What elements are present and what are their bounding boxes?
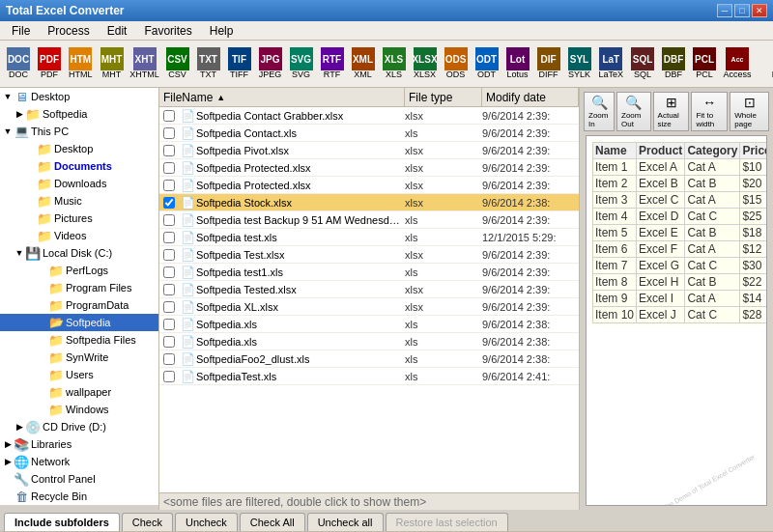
format-pdf-button[interactable]: PDF PDF [35, 43, 64, 84]
tab-check-all[interactable]: Check All [240, 513, 305, 531]
file-checkbox[interactable] [159, 232, 179, 243]
tree-toggle-thispc[interactable]: ▼ [2, 126, 14, 137]
file-checkbox[interactable] [159, 127, 179, 139]
tree-item-wallpaper[interactable]: 📁 wallpaper [0, 383, 158, 401]
file-row[interactable]: 📄 Softpedia Test.xlsx xlsx 9/6/2014 2:39… [159, 246, 579, 264]
tree-item-softpedia-c[interactable]: 📂 Softpedia [0, 314, 158, 331]
file-checkbox[interactable] [159, 249, 179, 261]
col-header-modifydate[interactable]: Modify date [482, 88, 579, 106]
tree-toggle-cdrive[interactable]: ▼ [14, 247, 25, 259]
tree-item-synwrite[interactable]: 📁 SynWrite [0, 349, 158, 366]
zoom-in-button[interactable]: 🔍 Zoom In [584, 92, 615, 131]
tab-check[interactable]: Check [122, 513, 173, 531]
file-checkbox[interactable] [159, 180, 179, 191]
file-list-footer[interactable]: <some files are filtered, double click t… [159, 492, 579, 510]
file-checkbox[interactable] [159, 110, 179, 122]
file-row[interactable]: 📄 Softpedia Protected.xlsx xlsx 9/6/2014… [159, 159, 579, 177]
tab-uncheck-all[interactable]: Uncheck all [307, 513, 384, 531]
format-svg-button[interactable]: SVG SVG [287, 43, 316, 84]
file-row[interactable]: 📄 SoftpediaTest.xls xls 9/6/2014 2:41: [159, 368, 579, 385]
tree-item-cdrive[interactable]: ▼ 💾 Local Disk (C:) [0, 244, 158, 262]
format-xlsx-button[interactable]: XLSX XLSX [411, 43, 440, 84]
tree-item-libraries[interactable]: ▶ 📚 Libraries [0, 435, 158, 453]
format-latex-button[interactable]: LaT LaTeX [596, 43, 627, 84]
tree-item-videos[interactable]: 📁 Videos [0, 227, 158, 244]
format-csv-button[interactable]: CSV CSV [163, 43, 192, 84]
file-row[interactable]: 📄 Softpedia Tested.xlsx xlsx 9/6/2014 2:… [159, 281, 579, 298]
tab-include-subfolders[interactable]: Include subfolders [4, 513, 120, 531]
tree-item-pictures[interactable]: 📁 Pictures [0, 210, 158, 227]
file-row[interactable]: 📄 Softpedia Contact.xls xls 9/6/2014 2:3… [159, 125, 579, 142]
close-button[interactable]: ✕ [752, 4, 767, 17]
zoom-out-button[interactable]: 🔍 Zoom Out [616, 92, 651, 131]
menu-favorites[interactable]: Favorites [136, 22, 199, 40]
format-doc-button[interactable]: DOC DOC [4, 43, 33, 84]
whole-page-button[interactable]: ⊡ Whole page [730, 92, 769, 131]
format-jpeg-button[interactable]: JPG JPEG [256, 43, 285, 84]
file-row[interactable]: 📄 SoftpediaFoo2_dlust.xls xls 9/6/2014 2… [159, 350, 579, 368]
maximize-button[interactable]: □ [734, 4, 750, 17]
tree-toggle-desktop[interactable]: ▼ [2, 91, 14, 102]
format-sylk-button[interactable]: SYL SYLK [565, 43, 594, 84]
tree-item-recycle[interactable]: 🗑 Recycle Bin [0, 488, 158, 505]
menu-process[interactable]: Process [40, 22, 97, 40]
tree-item-music[interactable]: 📁 Music [0, 192, 158, 210]
tree-item-windows[interactable]: 📁 Windows [0, 401, 158, 418]
tree-item-network[interactable]: ▶ 🌐 Network [0, 453, 158, 470]
format-html-button[interactable]: HTM HTML [66, 43, 96, 84]
file-checkbox[interactable] [159, 266, 179, 278]
file-checkbox[interactable] [159, 145, 179, 156]
actual-size-button[interactable]: ⊞ Actual size [653, 92, 690, 131]
file-row[interactable]: 📄 Softpedia Stock.xlsx xlsx 9/6/2014 2:3… [159, 194, 579, 211]
file-row[interactable]: 📄 Softpedia.xls xls 9/6/2014 2:38: [159, 333, 579, 350]
file-checkbox[interactable] [159, 284, 179, 295]
file-row[interactable]: 📄 Softpedia XL.xlsx xlsx 9/6/2014 2:39: [159, 298, 579, 316]
format-xls-button[interactable]: XLS XLS [380, 43, 409, 84]
tree-item-ddrive[interactable]: ▶ 💿 CD Drive (D:) [0, 418, 158, 435]
format-lotus-button[interactable]: Lot Lotus [503, 43, 532, 84]
tab-uncheck[interactable]: Uncheck [175, 513, 238, 531]
tree-item-programfiles[interactable]: 📁 Program Files [0, 279, 158, 296]
file-row[interactable]: 📄 Softpedia Protected.xlsx xlsx 9/6/2014… [159, 177, 579, 194]
menu-edit[interactable]: Edit [100, 22, 135, 40]
format-pcl-button[interactable]: PCL PCL [690, 43, 719, 84]
format-rtf-button[interactable]: RTF RTF [318, 43, 347, 84]
tree-toggle-softpedia[interactable]: ▶ [14, 108, 25, 120]
format-dbf-button[interactable]: DBF DBF [659, 43, 688, 84]
tree-item-perflogs[interactable]: 📁 PerfLogs [0, 262, 158, 279]
tree-item-softpediafiles[interactable]: 📁 Softpedia Files [0, 331, 158, 349]
minimize-button[interactable]: ─ [717, 4, 732, 17]
file-checkbox[interactable] [159, 353, 179, 365]
tree-item-documents[interactable]: 📁 Documents [0, 157, 158, 175]
file-row[interactable]: 📄 Softpedia Pivot.xlsx xlsx 9/6/2014 2:3… [159, 142, 579, 159]
format-access-button[interactable]: Acc Access [721, 43, 754, 84]
tree-item-controlpanel[interactable]: 🔧 Control Panel [0, 470, 158, 488]
file-checkbox[interactable] [159, 162, 179, 174]
col-header-filetype[interactable]: File type [405, 88, 482, 106]
file-checkbox[interactable] [159, 371, 179, 382]
file-row[interactable]: 📄 Softpedia.xls xls 9/6/2014 2:38: [159, 316, 579, 333]
format-mht-button[interactable]: MHT MHT [98, 43, 127, 84]
file-checkbox[interactable] [159, 319, 179, 330]
tree-item-users[interactable]: 📁 Users [0, 366, 158, 383]
print-button[interactable]: 🖨 Print [761, 43, 773, 84]
tree-item-downloads[interactable]: 📁 Downloads [0, 175, 158, 192]
format-xhtml-button[interactable]: XHT XHTML [129, 43, 161, 84]
file-row[interactable]: 📄 Softpedia test Backup 9 51 AM Wednesda… [159, 211, 579, 229]
format-sql-button[interactable]: SQL SQL [628, 43, 657, 84]
file-checkbox[interactable] [159, 214, 179, 226]
tree-item-desktop2[interactable]: 📁 Desktop [0, 140, 158, 157]
tree-item-thispc[interactable]: ▼ 💻 This PC [0, 123, 158, 140]
format-diff-button[interactable]: DIF DIFF [534, 43, 563, 84]
file-row[interactable]: 📄 Softpedia test1.xls xls 9/6/2014 2:39: [159, 264, 579, 281]
menu-help[interactable]: Help [202, 22, 242, 40]
tree-item-programdata[interactable]: 📁 ProgramData [0, 296, 158, 314]
menu-file[interactable]: File [4, 22, 38, 40]
format-xml-button[interactable]: XML XML [349, 43, 378, 84]
file-checkbox[interactable] [159, 197, 179, 209]
file-checkbox[interactable] [159, 301, 179, 313]
col-header-filename[interactable]: FileName ▲ [159, 88, 405, 106]
file-row[interactable]: 📄 Softpedia test.xls xls 12/1/2015 5:29: [159, 229, 579, 246]
fit-width-button[interactable]: ↔ Fit to width [691, 92, 728, 131]
file-row[interactable]: 📄 Softpedia Contact Grabber.xlsx xlsx 9/… [159, 107, 579, 125]
